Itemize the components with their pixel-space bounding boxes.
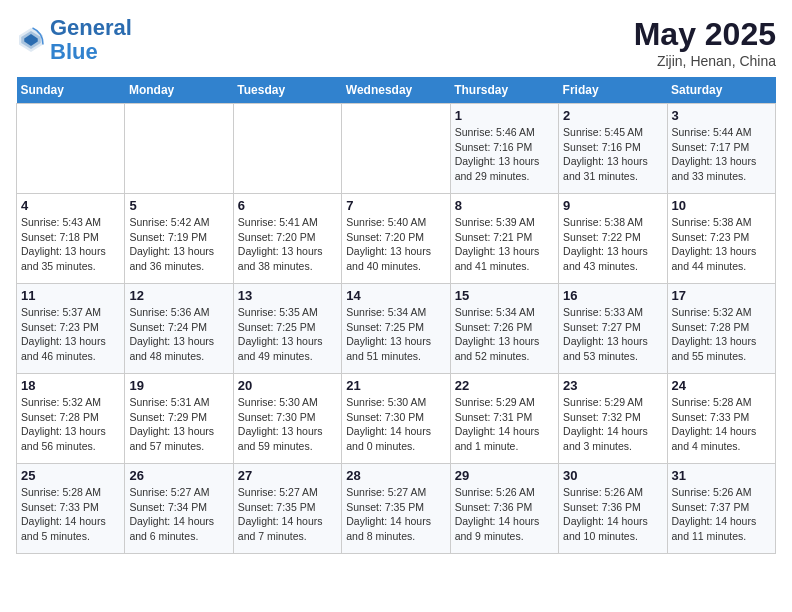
day-detail: Sunrise: 5:31 AM Sunset: 7:29 PM Dayligh…	[129, 395, 228, 454]
calendar-cell: 1Sunrise: 5:46 AM Sunset: 7:16 PM Daylig…	[450, 104, 558, 194]
calendar-cell: 7Sunrise: 5:40 AM Sunset: 7:20 PM Daylig…	[342, 194, 450, 284]
day-detail: Sunrise: 5:26 AM Sunset: 7:37 PM Dayligh…	[672, 485, 771, 544]
calendar-cell: 16Sunrise: 5:33 AM Sunset: 7:27 PM Dayli…	[559, 284, 667, 374]
logo-icon	[16, 25, 46, 55]
calendar-cell: 20Sunrise: 5:30 AM Sunset: 7:30 PM Dayli…	[233, 374, 341, 464]
calendar-cell: 22Sunrise: 5:29 AM Sunset: 7:31 PM Dayli…	[450, 374, 558, 464]
calendar-cell: 4Sunrise: 5:43 AM Sunset: 7:18 PM Daylig…	[17, 194, 125, 284]
day-detail: Sunrise: 5:29 AM Sunset: 7:32 PM Dayligh…	[563, 395, 662, 454]
day-detail: Sunrise: 5:34 AM Sunset: 7:26 PM Dayligh…	[455, 305, 554, 364]
day-detail: Sunrise: 5:27 AM Sunset: 7:35 PM Dayligh…	[238, 485, 337, 544]
day-detail: Sunrise: 5:39 AM Sunset: 7:21 PM Dayligh…	[455, 215, 554, 274]
day-detail: Sunrise: 5:30 AM Sunset: 7:30 PM Dayligh…	[238, 395, 337, 454]
day-number: 29	[455, 468, 554, 483]
day-number: 22	[455, 378, 554, 393]
calendar-cell: 13Sunrise: 5:35 AM Sunset: 7:25 PM Dayli…	[233, 284, 341, 374]
calendar-cell	[342, 104, 450, 194]
calendar-body: 1Sunrise: 5:46 AM Sunset: 7:16 PM Daylig…	[17, 104, 776, 554]
day-detail: Sunrise: 5:34 AM Sunset: 7:25 PM Dayligh…	[346, 305, 445, 364]
calendar-cell: 24Sunrise: 5:28 AM Sunset: 7:33 PM Dayli…	[667, 374, 775, 464]
day-detail: Sunrise: 5:37 AM Sunset: 7:23 PM Dayligh…	[21, 305, 120, 364]
day-number: 24	[672, 378, 771, 393]
day-number: 19	[129, 378, 228, 393]
day-detail: Sunrise: 5:41 AM Sunset: 7:20 PM Dayligh…	[238, 215, 337, 274]
day-detail: Sunrise: 5:38 AM Sunset: 7:22 PM Dayligh…	[563, 215, 662, 274]
calendar-week-1: 1Sunrise: 5:46 AM Sunset: 7:16 PM Daylig…	[17, 104, 776, 194]
calendar-cell: 18Sunrise: 5:32 AM Sunset: 7:28 PM Dayli…	[17, 374, 125, 464]
calendar-cell: 9Sunrise: 5:38 AM Sunset: 7:22 PM Daylig…	[559, 194, 667, 284]
calendar-cell: 3Sunrise: 5:44 AM Sunset: 7:17 PM Daylig…	[667, 104, 775, 194]
day-detail: Sunrise: 5:44 AM Sunset: 7:17 PM Dayligh…	[672, 125, 771, 184]
day-detail: Sunrise: 5:26 AM Sunset: 7:36 PM Dayligh…	[563, 485, 662, 544]
month-title: May 2025	[634, 16, 776, 53]
weekday-header-monday: Monday	[125, 77, 233, 104]
weekday-header-thursday: Thursday	[450, 77, 558, 104]
day-detail: Sunrise: 5:26 AM Sunset: 7:36 PM Dayligh…	[455, 485, 554, 544]
day-number: 7	[346, 198, 445, 213]
day-detail: Sunrise: 5:38 AM Sunset: 7:23 PM Dayligh…	[672, 215, 771, 274]
calendar-cell	[233, 104, 341, 194]
day-detail: Sunrise: 5:32 AM Sunset: 7:28 PM Dayligh…	[21, 395, 120, 454]
day-detail: Sunrise: 5:42 AM Sunset: 7:19 PM Dayligh…	[129, 215, 228, 274]
day-number: 20	[238, 378, 337, 393]
calendar-cell: 21Sunrise: 5:30 AM Sunset: 7:30 PM Dayli…	[342, 374, 450, 464]
location-subtitle: Zijin, Henan, China	[634, 53, 776, 69]
calendar-cell: 28Sunrise: 5:27 AM Sunset: 7:35 PM Dayli…	[342, 464, 450, 554]
day-number: 30	[563, 468, 662, 483]
weekday-header-saturday: Saturday	[667, 77, 775, 104]
calendar-cell: 19Sunrise: 5:31 AM Sunset: 7:29 PM Dayli…	[125, 374, 233, 464]
calendar-cell: 11Sunrise: 5:37 AM Sunset: 7:23 PM Dayli…	[17, 284, 125, 374]
calendar-cell: 29Sunrise: 5:26 AM Sunset: 7:36 PM Dayli…	[450, 464, 558, 554]
day-number: 23	[563, 378, 662, 393]
day-detail: Sunrise: 5:28 AM Sunset: 7:33 PM Dayligh…	[21, 485, 120, 544]
weekday-header-friday: Friday	[559, 77, 667, 104]
calendar-cell: 30Sunrise: 5:26 AM Sunset: 7:36 PM Dayli…	[559, 464, 667, 554]
day-number: 10	[672, 198, 771, 213]
day-number: 17	[672, 288, 771, 303]
calendar-cell: 2Sunrise: 5:45 AM Sunset: 7:16 PM Daylig…	[559, 104, 667, 194]
day-detail: Sunrise: 5:30 AM Sunset: 7:30 PM Dayligh…	[346, 395, 445, 454]
day-number: 25	[21, 468, 120, 483]
logo: General Blue	[16, 16, 132, 64]
calendar-cell: 15Sunrise: 5:34 AM Sunset: 7:26 PM Dayli…	[450, 284, 558, 374]
calendar-week-5: 25Sunrise: 5:28 AM Sunset: 7:33 PM Dayli…	[17, 464, 776, 554]
calendar-week-4: 18Sunrise: 5:32 AM Sunset: 7:28 PM Dayli…	[17, 374, 776, 464]
day-number: 11	[21, 288, 120, 303]
day-number: 15	[455, 288, 554, 303]
day-detail: Sunrise: 5:28 AM Sunset: 7:33 PM Dayligh…	[672, 395, 771, 454]
day-detail: Sunrise: 5:32 AM Sunset: 7:28 PM Dayligh…	[672, 305, 771, 364]
weekday-header-sunday: Sunday	[17, 77, 125, 104]
day-detail: Sunrise: 5:36 AM Sunset: 7:24 PM Dayligh…	[129, 305, 228, 364]
day-number: 8	[455, 198, 554, 213]
day-detail: Sunrise: 5:33 AM Sunset: 7:27 PM Dayligh…	[563, 305, 662, 364]
day-number: 4	[21, 198, 120, 213]
day-number: 18	[21, 378, 120, 393]
day-detail: Sunrise: 5:46 AM Sunset: 7:16 PM Dayligh…	[455, 125, 554, 184]
calendar-table: SundayMondayTuesdayWednesdayThursdayFrid…	[16, 77, 776, 554]
calendar-week-2: 4Sunrise: 5:43 AM Sunset: 7:18 PM Daylig…	[17, 194, 776, 284]
day-number: 1	[455, 108, 554, 123]
weekday-header-row: SundayMondayTuesdayWednesdayThursdayFrid…	[17, 77, 776, 104]
day-number: 27	[238, 468, 337, 483]
logo-general: General	[50, 15, 132, 40]
calendar-cell: 10Sunrise: 5:38 AM Sunset: 7:23 PM Dayli…	[667, 194, 775, 284]
calendar-cell: 23Sunrise: 5:29 AM Sunset: 7:32 PM Dayli…	[559, 374, 667, 464]
calendar-week-3: 11Sunrise: 5:37 AM Sunset: 7:23 PM Dayli…	[17, 284, 776, 374]
calendar-cell	[125, 104, 233, 194]
calendar-cell: 14Sunrise: 5:34 AM Sunset: 7:25 PM Dayli…	[342, 284, 450, 374]
day-detail: Sunrise: 5:35 AM Sunset: 7:25 PM Dayligh…	[238, 305, 337, 364]
calendar-header: SundayMondayTuesdayWednesdayThursdayFrid…	[17, 77, 776, 104]
logo-blue: Blue	[50, 39, 98, 64]
calendar-cell: 6Sunrise: 5:41 AM Sunset: 7:20 PM Daylig…	[233, 194, 341, 284]
calendar-cell: 5Sunrise: 5:42 AM Sunset: 7:19 PM Daylig…	[125, 194, 233, 284]
weekday-header-wednesday: Wednesday	[342, 77, 450, 104]
day-number: 3	[672, 108, 771, 123]
calendar-cell: 31Sunrise: 5:26 AM Sunset: 7:37 PM Dayli…	[667, 464, 775, 554]
title-block: May 2025 Zijin, Henan, China	[634, 16, 776, 69]
day-detail: Sunrise: 5:40 AM Sunset: 7:20 PM Dayligh…	[346, 215, 445, 274]
weekday-header-tuesday: Tuesday	[233, 77, 341, 104]
calendar-cell: 27Sunrise: 5:27 AM Sunset: 7:35 PM Dayli…	[233, 464, 341, 554]
day-number: 26	[129, 468, 228, 483]
calendar-cell: 25Sunrise: 5:28 AM Sunset: 7:33 PM Dayli…	[17, 464, 125, 554]
day-detail: Sunrise: 5:45 AM Sunset: 7:16 PM Dayligh…	[563, 125, 662, 184]
